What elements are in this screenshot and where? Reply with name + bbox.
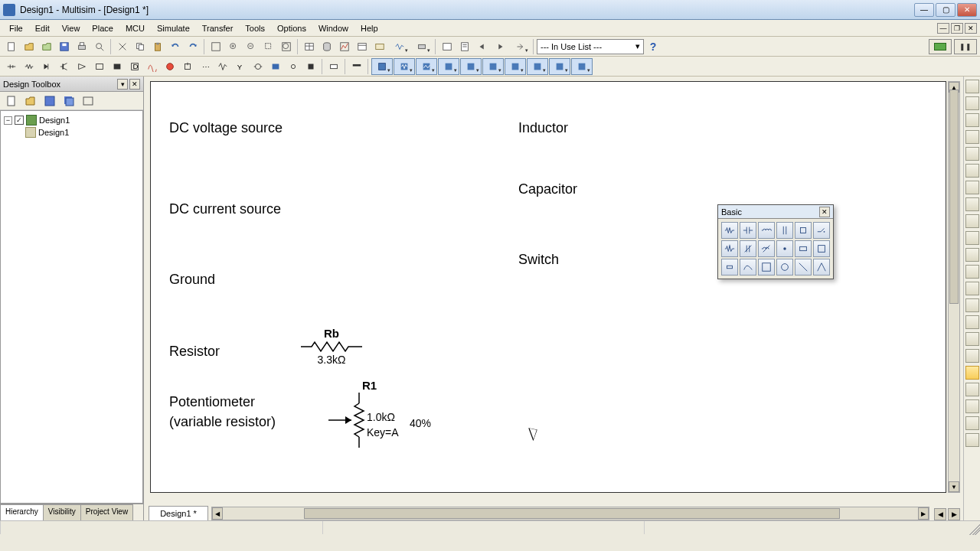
forward-annotate-button[interactable] [492, 38, 508, 55]
netlist-button[interactable] [456, 38, 473, 55]
palette-nonlinear-button[interactable] [740, 259, 756, 276]
menu-edit[interactable]: Edit [29, 21, 56, 35]
place-basic-button[interactable] [21, 58, 38, 75]
instr-tek-scope-button[interactable] [965, 366, 979, 380]
instr-logic-converter-button[interactable] [965, 231, 979, 245]
place-hierarchical-button[interactable] [325, 58, 342, 75]
place-connector-button[interactable] [285, 58, 302, 75]
resize-grip[interactable] [966, 521, 980, 535]
palette-varind-button[interactable] [758, 240, 775, 257]
schematic-canvas[interactable]: DC voltage source DC current source Grou… [150, 81, 946, 493]
instrument-iv-button[interactable] [527, 58, 548, 75]
tab-hierarchy[interactable]: Hierarchy [0, 504, 44, 520]
run-button[interactable] [929, 39, 952, 54]
menu-view[interactable]: View [56, 21, 87, 35]
component-button[interactable] [411, 38, 433, 55]
panel-close-button[interactable]: ✕ [129, 79, 140, 90]
document-tab[interactable]: Design1 * [149, 506, 208, 520]
instr-fgen-button[interactable] [965, 96, 979, 110]
undo-button[interactable] [167, 38, 184, 55]
instrument-logic-button[interactable] [460, 58, 482, 75]
toolbox-new-button[interactable] [3, 93, 20, 109]
instrument-network-button[interactable] [505, 58, 526, 75]
palette-capacitor-button[interactable] [740, 222, 756, 239]
tree-collapse-icon[interactable]: − [4, 116, 12, 125]
instr-network-button[interactable] [965, 298, 979, 312]
tab-next-button[interactable]: ▶ [948, 508, 960, 520]
place-mixed-button[interactable] [144, 58, 161, 75]
postprocessor-button[interactable] [354, 38, 371, 55]
mdi-close-button[interactable]: ✕ [965, 23, 977, 34]
toolbox-saveall-button[interactable] [60, 93, 77, 109]
design-tree[interactable]: − ✓ Design1 Design1 [0, 110, 143, 504]
palette-varcap-button[interactable] [740, 240, 756, 257]
zoom-in-button[interactable] [225, 38, 242, 55]
open-button[interactable] [21, 38, 38, 55]
back-annotate-button[interactable] [474, 38, 491, 55]
menu-place[interactable]: Place [86, 21, 119, 35]
place-power-button[interactable] [179, 58, 196, 75]
instr-word-gen-button[interactable] [965, 197, 979, 211]
help-button[interactable]: ? [645, 38, 662, 55]
place-electromech-button[interactable] [250, 58, 266, 75]
basic-palette-header[interactable]: Basic ✕ [718, 205, 833, 219]
menu-simulate[interactable]: Simulate [151, 21, 196, 35]
new-button[interactable] [3, 38, 20, 55]
save-button[interactable] [56, 38, 73, 55]
place-bus-button[interactable] [348, 58, 365, 75]
breadboard-button[interactable] [371, 38, 388, 55]
basic-palette[interactable]: Basic ✕ [717, 204, 834, 279]
place-source-button[interactable] [3, 58, 20, 75]
in-use-list-dropdown[interactable]: --- In Use List --- [537, 39, 644, 54]
place-advanced-button[interactable] [214, 58, 231, 75]
instr-agilent-scope-button[interactable] [965, 349, 979, 363]
erc-button[interactable] [439, 38, 456, 55]
redo-button[interactable] [185, 38, 201, 55]
instr-agilent-fgen-button[interactable] [965, 315, 979, 329]
full-screen-button[interactable] [207, 38, 224, 55]
cut-button[interactable] [114, 38, 131, 55]
instr-scope-button[interactable] [965, 130, 979, 144]
place-misc-button[interactable]: ⋯ [197, 58, 214, 75]
palette-socket-button[interactable] [795, 240, 812, 257]
palette-relay-button[interactable] [795, 222, 812, 239]
palette-sch-button[interactable] [758, 259, 775, 276]
instrument-bode-button[interactable] [438, 58, 459, 75]
instrument-fgen-button[interactable] [394, 58, 415, 75]
scroll-right-button[interactable]: ▶ [918, 507, 929, 520]
place-transistor-button[interactable] [56, 58, 73, 75]
instrument-watt-button[interactable] [549, 58, 570, 75]
instr-elvismx-button[interactable] [965, 433, 979, 447]
transfer-button[interactable] [509, 38, 531, 55]
instr-multimeter-button[interactable] [965, 80, 979, 93]
menu-file[interactable]: File [3, 21, 29, 35]
component-resistor-rb[interactable]: Rb 3.3kΩ [301, 327, 362, 366]
basic-palette-close-button[interactable]: ✕ [819, 207, 830, 217]
instr-bode-button[interactable] [965, 164, 979, 178]
tab-prev-button[interactable]: ◀ [934, 508, 946, 520]
palette-misc1-button[interactable] [776, 259, 793, 276]
horizontal-scrollbar[interactable]: ◀ ▶ [211, 507, 929, 520]
grapher-button[interactable] [336, 38, 353, 55]
instr-logic-analyzer-button[interactable] [965, 214, 979, 228]
tree-root-checkbox[interactable]: ✓ [15, 116, 24, 125]
hscroll-thumb[interactable] [304, 508, 840, 519]
toolbox-refresh-button[interactable] [80, 93, 96, 109]
mdi-restore-button[interactable]: ❐ [951, 23, 963, 34]
palette-z-button[interactable] [721, 259, 738, 276]
palette-inductor-button[interactable] [758, 222, 775, 239]
instr-labview-button[interactable] [965, 383, 979, 396]
palette-misc3-button[interactable] [813, 259, 830, 276]
print-button[interactable] [74, 38, 90, 55]
zoom-fit-button[interactable] [278, 38, 295, 55]
menu-transfer[interactable]: Transfer [196, 21, 240, 35]
palette-rpack-button[interactable] [813, 240, 830, 257]
tab-visibility[interactable]: Visibility [43, 504, 81, 520]
zoom-area-button[interactable] [260, 38, 277, 55]
instr-current-probe-button[interactable] [965, 416, 979, 430]
palette-connector-button[interactable] [776, 240, 793, 257]
palette-pot-button[interactable] [721, 240, 738, 257]
instr-distortion-button[interactable] [965, 265, 979, 279]
menu-mcu[interactable]: MCU [119, 21, 151, 35]
place-rf-button[interactable]: Y [232, 58, 249, 75]
